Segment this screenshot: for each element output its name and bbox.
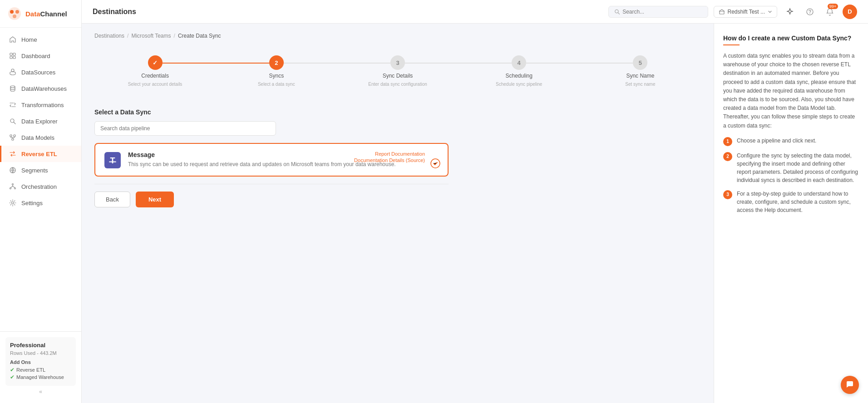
- btn-row: Back Next: [94, 192, 449, 207]
- help-step-text-1: Choose a pipeline and click next.: [737, 137, 816, 146]
- search-pipeline-input[interactable]: [94, 121, 276, 136]
- datasources-icon: [9, 68, 17, 76]
- step-label-4: Scheduling: [506, 73, 533, 79]
- logo: DataChannel: [0, 0, 81, 28]
- report-doc-link[interactable]: Report Documentation: [375, 151, 425, 157]
- sidebar-item-label: Segments: [21, 167, 48, 174]
- breadcrumb-sep-2: /: [174, 33, 175, 39]
- help-step-text-2: Configure the sync by selecting the data…: [737, 152, 859, 184]
- breadcrumb: Destinations / Microsoft Teams / Create …: [94, 33, 701, 39]
- sidebar-item-label: Data Models: [21, 134, 54, 141]
- next-button[interactable]: Next: [136, 192, 174, 207]
- svg-point-3: [13, 15, 16, 18]
- help-step-num-2: 2: [723, 152, 732, 161]
- addon-reverse-etl: ✔ Reverse ETL: [10, 367, 71, 373]
- sidebar-item-orchestration[interactable]: Orchestration: [0, 178, 81, 195]
- svg-point-15: [10, 188, 11, 189]
- step-label-5: Sync Name: [626, 73, 654, 79]
- help-step-1: 1 Choose a pipeline and click next.: [723, 137, 859, 146]
- breadcrumb-microsoft-teams[interactable]: Microsoft Teams: [131, 33, 171, 39]
- step-circle-1: ✓: [148, 55, 163, 70]
- sidebar-item-data-explorer[interactable]: Data Explorer: [0, 113, 81, 129]
- help-steps: 1 Choose a pipeline and click next. 2 Co…: [723, 137, 859, 214]
- svg-point-9: [10, 86, 15, 88]
- search-icon: [614, 9, 620, 15]
- help-step-3: 3 For a step-by-step guide to understand…: [723, 190, 859, 214]
- sidebar-item-label: Orchestration: [21, 183, 57, 190]
- plan-box: Professional Rows Used - 443.2M Add Ons …: [5, 337, 76, 386]
- right-panel: How do I create a new Custom Data Sync? …: [714, 24, 868, 403]
- sidebar-item-settings[interactable]: Settings: [0, 195, 81, 211]
- warehouse-icon: [719, 9, 725, 15]
- svg-text:T: T: [110, 156, 115, 165]
- plan-name: Professional: [10, 342, 71, 349]
- svg-point-17: [12, 202, 14, 204]
- sidebar-item-datawarehouses[interactable]: DataWarehouses: [0, 80, 81, 97]
- check-icon: ✔: [10, 367, 15, 373]
- svg-point-18: [615, 10, 618, 13]
- svg-rect-11: [10, 135, 12, 137]
- sparkle-button[interactable]: [783, 5, 797, 19]
- steps-container: ✓ Credentials Select your account detail…: [94, 48, 701, 94]
- step-sublabel-1: Select your account details: [128, 82, 182, 87]
- breadcrumb-sep: /: [127, 33, 128, 39]
- svg-point-14: [12, 184, 14, 185]
- svg-rect-24: [109, 161, 116, 162]
- notification-badge: 99+: [828, 4, 838, 9]
- check-icon: ✔: [10, 374, 15, 380]
- chevron-down-icon: [768, 10, 772, 14]
- sidebar-item-label: Settings: [21, 200, 43, 206]
- svg-rect-7: [13, 56, 15, 59]
- step-4: 4 Scheduling Schedule sync pipeline: [459, 55, 580, 87]
- sidebar-item-segments[interactable]: Segments: [0, 162, 81, 178]
- avatar[interactable]: D: [843, 5, 857, 19]
- sidebar-item-label: Transformations: [21, 102, 64, 108]
- doc-details-link[interactable]: Documentation Details (Source): [354, 157, 425, 163]
- step-1: ✓ Credentials Select your account detail…: [94, 55, 216, 87]
- teams-icon: T: [104, 152, 121, 168]
- sidebar-item-transformations[interactable]: Transformations: [0, 97, 81, 113]
- notification-button[interactable]: 99+: [823, 5, 837, 19]
- svg-rect-19: [720, 11, 724, 14]
- step-label-3: Sync Details: [383, 73, 413, 79]
- orchestration-icon: [9, 182, 17, 191]
- chat-button[interactable]: [841, 376, 859, 394]
- sidebar-item-label: Data Explorer: [21, 118, 57, 125]
- collapse-arrow[interactable]: «: [5, 386, 76, 398]
- form-section: Select a Data Sync T Message This: [94, 108, 449, 207]
- sidebar-item-datasources[interactable]: DataSources: [0, 64, 81, 80]
- settings-icon: [9, 199, 17, 207]
- addon-label: Managed Warehouse: [16, 374, 64, 380]
- page-title: Destinations: [93, 8, 136, 16]
- search-input[interactable]: [622, 9, 702, 15]
- help-button[interactable]: [803, 5, 817, 19]
- svg-point-8: [11, 69, 14, 72]
- step-label-2: Syncs: [269, 73, 284, 79]
- topbar: Destinations Redshift Test ... 99+ D: [82, 0, 868, 24]
- sidebar-item-dashboard[interactable]: Dashboard: [0, 48, 81, 64]
- step-sublabel-2: Select a data sync: [258, 82, 295, 87]
- sidebar-bottom: Professional Rows Used - 443.2M Add Ons …: [0, 331, 81, 403]
- topbar-right: Redshift Test ... 99+ D: [608, 5, 857, 19]
- search-box[interactable]: [608, 6, 708, 18]
- segments-icon: [9, 166, 17, 174]
- main: Destinations Redshift Test ... 99+ D: [82, 0, 868, 403]
- sidebar-item-label: Reverse ETL: [21, 151, 57, 157]
- svg-point-1: [10, 10, 14, 14]
- back-button[interactable]: Back: [94, 192, 130, 207]
- help-step-text-3: For a step-by-step guide to understand h…: [737, 190, 859, 214]
- svg-point-2: [15, 10, 19, 14]
- svg-point-16: [15, 188, 16, 189]
- logo-icon: [7, 6, 22, 21]
- sidebar-item-reverse-etl[interactable]: Reverse ETL: [0, 146, 81, 162]
- addons-label: Add Ons: [10, 359, 71, 365]
- reverse-etl-icon: [9, 150, 17, 158]
- breadcrumb-destinations[interactable]: Destinations: [94, 33, 124, 39]
- sidebar-item-home[interactable]: Home: [0, 31, 81, 48]
- sync-card[interactable]: T Message This sync can be used to reque…: [94, 143, 449, 177]
- workspace-selector[interactable]: Redshift Test ...: [714, 6, 777, 18]
- workspace-label: Redshift Test ...: [728, 9, 765, 15]
- sidebar-item-data-models[interactable]: Data Models: [0, 129, 81, 146]
- breadcrumb-current: Create Data Sync: [178, 33, 221, 39]
- svg-rect-12: [14, 135, 15, 137]
